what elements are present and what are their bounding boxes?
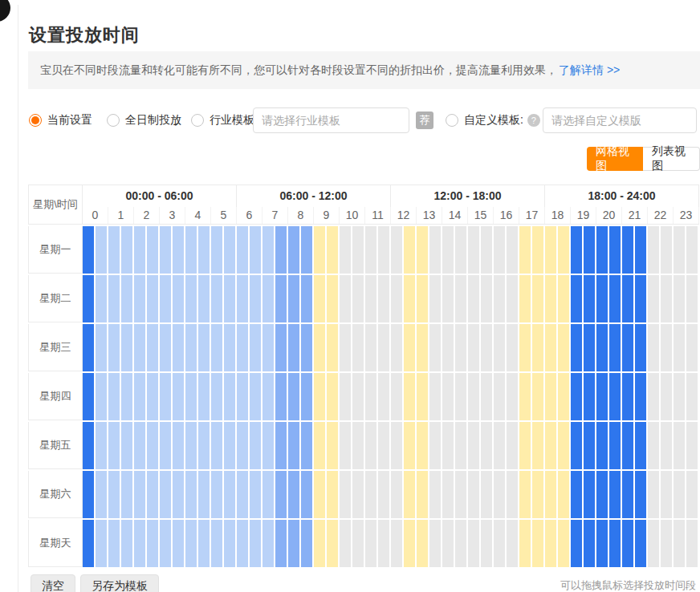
time-slot[interactable] xyxy=(661,226,674,274)
time-slot[interactable] xyxy=(96,373,108,420)
time-slot[interactable] xyxy=(674,275,686,322)
time-slot[interactable] xyxy=(224,422,237,469)
time-slot[interactable] xyxy=(596,520,609,567)
time-slot[interactable] xyxy=(314,471,327,518)
time-slot[interactable] xyxy=(185,422,198,469)
time-slot[interactable] xyxy=(635,471,648,518)
time-slot[interactable] xyxy=(455,520,468,567)
time-slot[interactable] xyxy=(571,275,584,322)
time-slot[interactable] xyxy=(96,520,108,567)
time-slot[interactable] xyxy=(108,471,121,518)
time-slot[interactable] xyxy=(507,324,519,371)
time-slot[interactable] xyxy=(532,373,545,420)
time-slot[interactable] xyxy=(417,226,429,274)
time-slot[interactable] xyxy=(609,520,622,567)
time-slot[interactable] xyxy=(134,373,147,420)
time-slot[interactable] xyxy=(571,324,584,371)
time-slot[interactable] xyxy=(404,275,417,322)
time-slot[interactable] xyxy=(301,422,314,469)
time-slot[interactable] xyxy=(481,471,494,518)
time-slot[interactable] xyxy=(635,373,648,420)
time-slot[interactable] xyxy=(96,275,108,322)
time-slot[interactable] xyxy=(417,275,429,322)
time-slot[interactable] xyxy=(237,275,250,322)
radio-option-full-day[interactable]: 全日制投放 xyxy=(107,107,181,133)
time-slot[interactable] xyxy=(237,471,250,518)
time-slot[interactable] xyxy=(83,422,96,469)
time-slot[interactable] xyxy=(686,226,699,274)
time-slot[interactable] xyxy=(455,373,468,420)
time-slot[interactable] xyxy=(494,226,507,274)
time-slot[interactable] xyxy=(198,275,211,322)
time-slot[interactable] xyxy=(185,373,198,420)
time-slot[interactable] xyxy=(481,520,494,567)
radio-icon-industry[interactable] xyxy=(191,114,204,127)
time-slot[interactable] xyxy=(404,324,417,371)
time-slot[interactable] xyxy=(609,226,622,274)
time-slot[interactable] xyxy=(417,422,429,469)
time-slot[interactable] xyxy=(622,373,635,420)
time-slot[interactable] xyxy=(494,471,507,518)
time-slot[interactable] xyxy=(121,422,134,469)
time-slot[interactable] xyxy=(429,373,442,420)
time-slot[interactable] xyxy=(584,226,596,274)
time-slot[interactable] xyxy=(173,275,185,322)
time-slot[interactable] xyxy=(108,275,121,322)
time-slot[interactable] xyxy=(224,471,237,518)
time-slot[interactable] xyxy=(507,422,519,469)
time-slot[interactable] xyxy=(83,471,96,518)
time-slot[interactable] xyxy=(121,373,134,420)
time-slot[interactable] xyxy=(481,422,494,469)
time-slot[interactable] xyxy=(622,520,635,567)
time-slot[interactable] xyxy=(83,373,96,420)
time-slot[interactable] xyxy=(250,422,262,469)
time-slot[interactable] xyxy=(250,275,262,322)
time-slot[interactable] xyxy=(661,520,674,567)
time-slot[interactable] xyxy=(365,226,378,274)
time-slot[interactable] xyxy=(237,324,250,371)
time-slot[interactable] xyxy=(494,520,507,567)
time-slot[interactable] xyxy=(314,324,327,371)
time-slot[interactable] xyxy=(622,471,635,518)
time-slot[interactable] xyxy=(532,324,545,371)
time-slot[interactable] xyxy=(224,226,237,274)
time-slot[interactable] xyxy=(327,226,340,274)
time-slot[interactable] xyxy=(494,324,507,371)
time-slot[interactable] xyxy=(429,324,442,371)
time-slot[interactable] xyxy=(558,275,571,322)
time-slot[interactable] xyxy=(519,520,532,567)
custom-template-input[interactable] xyxy=(543,107,697,133)
time-slot[interactable] xyxy=(468,324,481,371)
time-slot[interactable] xyxy=(121,471,134,518)
time-slot[interactable] xyxy=(519,471,532,518)
time-slot[interactable] xyxy=(147,226,160,274)
time-slot[interactable] xyxy=(96,324,108,371)
time-slot[interactable] xyxy=(211,471,224,518)
time-slot[interactable] xyxy=(429,520,442,567)
clear-button[interactable]: 清空 xyxy=(31,574,75,592)
time-slot[interactable] xyxy=(250,373,262,420)
time-slot[interactable] xyxy=(327,471,340,518)
time-slot[interactable] xyxy=(108,422,121,469)
time-slot[interactable] xyxy=(134,422,147,469)
time-slot[interactable] xyxy=(224,373,237,420)
time-slot[interactable] xyxy=(442,226,455,274)
time-slot[interactable] xyxy=(365,373,378,420)
time-slot[interactable] xyxy=(507,471,519,518)
time-slot[interactable] xyxy=(532,422,545,469)
time-slot[interactable] xyxy=(442,471,455,518)
time-slot[interactable] xyxy=(352,471,365,518)
time-slot[interactable] xyxy=(237,422,250,469)
time-slot[interactable] xyxy=(609,422,622,469)
time-slot[interactable] xyxy=(635,226,648,274)
time-slot[interactable] xyxy=(545,275,558,322)
time-slot[interactable] xyxy=(224,324,237,371)
time-slot[interactable] xyxy=(352,324,365,371)
time-slot[interactable] xyxy=(340,275,352,322)
time-slot[interactable] xyxy=(160,275,173,322)
time-slot[interactable] xyxy=(584,520,596,567)
time-slot[interactable] xyxy=(121,324,134,371)
time-slot[interactable] xyxy=(532,471,545,518)
time-slot[interactable] xyxy=(661,422,674,469)
time-slot[interactable] xyxy=(288,275,301,322)
